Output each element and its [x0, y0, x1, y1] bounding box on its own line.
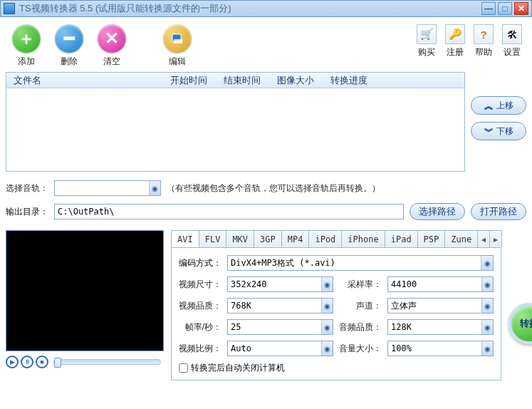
move-up-button[interactable]: ︽ 上移	[471, 96, 526, 115]
chan-label: 声道：	[339, 300, 382, 312]
close-button[interactable]: ✕	[514, 2, 528, 15]
tab-mkv[interactable]: MKV	[226, 230, 254, 247]
srate-select[interactable]: ◉	[387, 276, 494, 292]
maximize-button[interactable]: □	[498, 2, 512, 15]
audio-track-note: （有些视频包含多个音轨，您可以选择音轨后再转换。）	[167, 182, 380, 195]
stop-button[interactable]: ■	[36, 356, 48, 368]
slider-thumb[interactable]	[54, 358, 61, 368]
tab-scroll-right[interactable]: ▸	[489, 230, 502, 247]
toolbar: ＋ 添加 ━ 删除 ✕ 清空 编辑 🛒 购买	[6, 24, 526, 68]
dropdown-icon[interactable]: ◉	[481, 320, 493, 334]
edit-button[interactable]: 编辑	[161, 24, 194, 68]
dropdown-icon[interactable]: ◉	[321, 299, 333, 313]
add-button[interactable]: ＋ 添加	[10, 24, 43, 68]
window-title: TS视频转换器 5.5 (试用版只能转换源文件的一部分)	[19, 2, 479, 15]
audio-track-select[interactable]: ◉	[54, 180, 161, 196]
audio-track-label: 选择音轨：	[6, 182, 48, 195]
file-list[interactable]: 文件名 开始时间 结束时间 图像大小 转换进度	[6, 72, 465, 172]
minimize-button[interactable]: —	[481, 2, 496, 15]
shutdown-label: 转换完后自动关闭计算机	[191, 362, 285, 374]
help-icon: ?	[474, 24, 494, 44]
double-down-icon: ︾	[484, 127, 494, 136]
minus-icon: ━	[55, 24, 83, 53]
tab-flv[interactable]: FLV	[199, 230, 227, 247]
tab-iphone[interactable]: iPhone	[341, 230, 385, 247]
seek-slider[interactable]	[53, 359, 161, 365]
encode-label: 编码方式：	[179, 257, 221, 269]
svg-rect-1	[174, 39, 182, 43]
tab-ipod[interactable]: iPod	[308, 230, 342, 247]
col-start-time[interactable]: 开始时间	[163, 74, 217, 87]
help-button[interactable]: ? 帮助	[471, 24, 496, 58]
dropdown-icon[interactable]: ◉	[481, 277, 493, 291]
dropdown-icon[interactable]: ◉	[481, 341, 493, 356]
delete-button[interactable]: ━ 删除	[53, 24, 85, 68]
tab-avi[interactable]: AVI	[171, 230, 199, 247]
tab-psp[interactable]: PSP	[417, 230, 446, 247]
dropdown-icon[interactable]: ◉	[321, 277, 333, 291]
x-icon: ✕	[98, 24, 126, 53]
video-preview	[6, 230, 164, 351]
col-end-time[interactable]: 结束时间	[217, 74, 270, 87]
buy-button[interactable]: 🛒 购买	[414, 24, 439, 58]
open-path-button[interactable]: 打开路径	[471, 203, 526, 220]
col-image-size[interactable]: 图像大小	[270, 74, 323, 87]
dropdown-icon[interactable]: ◉	[149, 181, 160, 195]
col-progress[interactable]: 转换进度	[323, 74, 464, 87]
vol-select[interactable]: ◉	[387, 341, 494, 356]
key-icon: 🔑	[445, 24, 465, 44]
clear-button[interactable]: ✕ 清空	[95, 24, 128, 68]
audio-track-input[interactable]	[55, 181, 149, 195]
register-button[interactable]: 🔑 注册	[442, 24, 468, 58]
output-dir-field[interactable]	[54, 204, 404, 219]
tab-zune[interactable]: Zune	[444, 230, 478, 247]
tab-3gp[interactable]: 3GP	[254, 230, 282, 247]
plus-icon: ＋	[12, 24, 41, 53]
titlebar: TS视频转换器 5.5 (试用版只能转换源文件的一部分) — □ ✕	[0, 0, 532, 17]
convert-button[interactable]: 转换	[508, 303, 532, 344]
vqual-label: 视频品质：	[179, 300, 221, 312]
ratio-select[interactable]: ◉	[227, 341, 333, 356]
vsize-label: 视频尺寸：	[179, 279, 221, 291]
vqual-select[interactable]: ◉	[227, 298, 333, 314]
dropdown-icon[interactable]: ◉	[321, 341, 333, 356]
pause-button[interactable]: ⏸	[21, 356, 33, 368]
tools-icon: 🛠	[502, 24, 522, 44]
output-dir-label: 输出目录：	[6, 206, 48, 218]
srate-label: 采样率：	[339, 279, 382, 291]
tab-scroll-left[interactable]: ◂	[477, 230, 490, 247]
play-button[interactable]: ▶	[6, 356, 19, 368]
shutdown-checkbox[interactable]	[179, 363, 188, 373]
choose-path-button[interactable]: 选择路径	[410, 203, 465, 220]
cart-icon: 🛒	[417, 24, 437, 44]
format-tabs: AVIFLVMKV3GPMP4iPodiPhoneiPadPSPZune◂▸	[171, 230, 501, 247]
output-dir-input[interactable]	[55, 204, 403, 219]
fps-label: 帧率/秒：	[179, 321, 221, 333]
col-filename[interactable]: 文件名	[6, 74, 163, 87]
edit-icon	[163, 24, 192, 53]
double-up-icon: ︽	[484, 101, 494, 110]
app-icon	[4, 3, 15, 14]
tab-mp4[interactable]: MP4	[281, 230, 310, 247]
file-list-header: 文件名 开始时间 结束时间 图像大小 转换进度	[6, 73, 464, 88]
encode-select[interactable]: ◉	[227, 255, 494, 271]
move-down-button[interactable]: ︾ 下移	[471, 122, 526, 140]
tab-ipad[interactable]: iPad	[385, 230, 418, 247]
ratio-label: 视频比例：	[179, 343, 221, 355]
vsize-select[interactable]: ◉	[227, 276, 333, 292]
dropdown-icon[interactable]: ◉	[481, 256, 493, 270]
preview-controls: ▶ ⏸ ■	[6, 356, 164, 368]
aqual-select[interactable]: ◉	[387, 319, 494, 335]
settings-panel: 编码方式： ◉ 视频尺寸： ◉ 采样率： ◉ 视频品质： ◉ 声道： ◉ 帧率/…	[171, 247, 501, 380]
chan-select[interactable]: ◉	[387, 298, 494, 314]
dropdown-icon[interactable]: ◉	[481, 299, 493, 313]
settings-button[interactable]: 🛠 设置	[499, 24, 525, 58]
vol-label: 音量大小：	[339, 343, 382, 355]
fps-select[interactable]: ◉	[227, 319, 333, 335]
aqual-label: 音频品质：	[339, 321, 382, 333]
dropdown-icon[interactable]: ◉	[321, 320, 333, 334]
